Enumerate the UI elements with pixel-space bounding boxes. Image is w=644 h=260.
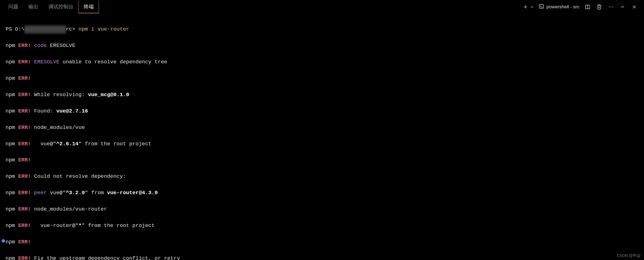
terminal-line: npm ERR! — [6, 156, 638, 164]
kill-terminal-icon[interactable] — [596, 3, 603, 11]
terminal-line: npm ERR! node_modules/vue — [6, 124, 638, 132]
terminal-line: npm ERR! Found: vue@2.7.16 — [6, 107, 638, 115]
shell-name-text: powershell - src — [546, 4, 579, 10]
watermark-text: CSDN @甲柒 — [617, 253, 641, 258]
new-terminal-icon[interactable] — [522, 3, 529, 11]
terminal-line: npm ERR! node_modules/vue-router — [6, 205, 638, 213]
active-shell-label[interactable]: powershell - src — [539, 4, 579, 11]
svg-point-8 — [612, 7, 613, 8]
svg-point-7 — [611, 7, 611, 8]
terminal-shell-icon — [539, 4, 544, 11]
close-panel-icon[interactable] — [631, 3, 638, 11]
more-actions-icon[interactable] — [607, 3, 615, 11]
tab-output[interactable]: 输出 — [23, 1, 43, 13]
terminal-line: npm ERR! code ERESOLVE — [6, 42, 638, 50]
terminal-line: npm ERR! vue-router@"*" from the root pr… — [6, 222, 638, 230]
terminal-line: PS D:\xxxxxxxxxxxxxrc> npm i vue-router — [6, 25, 638, 33]
terminal-dropdown-icon[interactable] — [530, 3, 534, 11]
terminal-line: npm ERR! Fix the upstream dependency con… — [6, 254, 638, 260]
tabs-left-group: 问题 输出 调试控制台 终端 — [3, 1, 99, 13]
terminal-line: npm ERR! — [6, 74, 638, 82]
tab-terminal[interactable]: 终端 — [78, 1, 99, 13]
panel-tab-bar: 问题 输出 调试控制台 终端 powershell - src — [0, 0, 644, 14]
terminal-line: npm ERR! While resolving: vue_mcg@0.1.0 — [6, 91, 638, 99]
svg-point-6 — [609, 7, 610, 8]
active-line-indicator — [2, 239, 5, 242]
terminal-line: npm ERR! vue@"^2.6.14" from the root pro… — [6, 140, 638, 148]
toolbar-right: powershell - src — [522, 3, 641, 11]
terminal-line: npm ERR! ERESOLVE unable to resolve depe… — [6, 58, 638, 66]
terminal-line: npm ERR! Could not resolve dependency: — [6, 172, 638, 181]
maximize-panel-icon[interactable] — [619, 3, 626, 11]
tab-debug-console[interactable]: 调试控制台 — [43, 1, 78, 13]
split-terminal-icon[interactable] — [584, 3, 591, 11]
tab-problems[interactable]: 问题 — [3, 1, 23, 13]
terminal-line: npm ERR! — [6, 238, 638, 246]
terminal-output[interactable]: PS D:\xxxxxxxxxxxxxrc> npm i vue-router … — [0, 14, 644, 260]
terminal-line: npm ERR! peer vue@"^3.2.0" from vue-rout… — [6, 189, 638, 197]
